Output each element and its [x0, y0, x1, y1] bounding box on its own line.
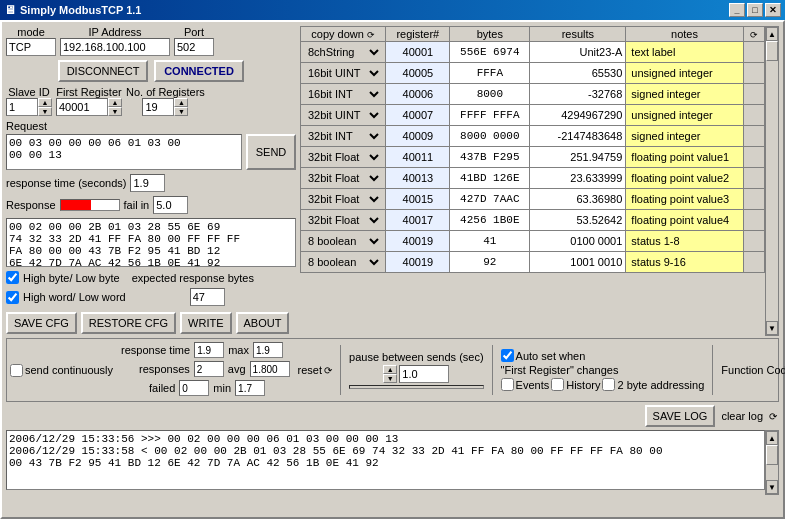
type-cell[interactable]: 8chString — [301, 42, 386, 63]
type-select[interactable]: 32bit Float — [304, 171, 382, 185]
note-input[interactable] — [629, 232, 739, 250]
log-scroll-up[interactable]: ▲ — [766, 431, 778, 445]
high-byte-checkbox[interactable] — [6, 271, 19, 284]
type-cell[interactable]: 32bit Float — [301, 168, 386, 189]
high-word-checkbox[interactable] — [6, 291, 19, 304]
first-reg-input[interactable] — [56, 98, 108, 116]
func-code-label: Function Code — [721, 364, 785, 376]
type-select[interactable]: 32bit Float — [304, 150, 382, 164]
write-button[interactable]: WRITE — [180, 312, 231, 334]
about-button[interactable]: ABOUT — [236, 312, 290, 334]
clear-log-icon[interactable]: ⟳ — [769, 411, 777, 422]
note-cell[interactable] — [626, 105, 743, 126]
note-input[interactable] — [629, 127, 739, 145]
type-select[interactable]: 32bit INT — [304, 129, 382, 143]
type-cell[interactable]: 32bit INT — [301, 126, 386, 147]
note-cell[interactable] — [626, 84, 743, 105]
events-checkbox[interactable] — [501, 378, 514, 391]
type-cell[interactable]: 32bit Float — [301, 210, 386, 231]
note-cell[interactable] — [626, 168, 743, 189]
num-reg-up[interactable]: ▲ — [174, 98, 188, 107]
responses-value[interactable] — [194, 361, 224, 377]
first-reg-down[interactable]: ▼ — [108, 107, 122, 116]
slave-id-input[interactable] — [6, 98, 38, 116]
clear-notes-icon[interactable]: ⟳ — [750, 30, 758, 40]
min-value[interactable] — [235, 380, 265, 396]
minimize-button[interactable]: _ — [729, 3, 745, 17]
num-reg-input[interactable] — [142, 98, 174, 116]
type-select[interactable]: 32bit UINT — [304, 108, 382, 122]
note-input[interactable] — [629, 190, 739, 208]
type-cell[interactable]: 8 boolean — [301, 252, 386, 273]
note-cell[interactable] — [626, 126, 743, 147]
maximize-button[interactable]: □ — [747, 3, 763, 17]
send-continuously-checkbox[interactable] — [10, 364, 23, 377]
failed-value[interactable] — [179, 380, 209, 396]
table-row: 16bit INT400068000-32768 — [301, 84, 765, 105]
num-reg-down[interactable]: ▼ — [174, 107, 188, 116]
table-scrollbar[interactable]: ▲ ▼ — [765, 26, 779, 336]
note-cell[interactable] — [626, 63, 743, 84]
type-cell[interactable]: 32bit Float — [301, 147, 386, 168]
slave-id-up[interactable]: ▲ — [38, 98, 52, 107]
first-reg-up[interactable]: ▲ — [108, 98, 122, 107]
type-cell[interactable]: 8 boolean — [301, 231, 386, 252]
resp-time-value[interactable] — [194, 342, 224, 358]
ip-input[interactable] — [60, 38, 170, 56]
max-value[interactable] — [253, 342, 283, 358]
type-cell[interactable]: 16bit INT — [301, 84, 386, 105]
byte-addr-checkbox[interactable] — [602, 378, 615, 391]
log-scroll-down[interactable]: ▼ — [766, 480, 778, 494]
type-cell[interactable]: 16bit UINT — [301, 63, 386, 84]
expected-bytes-input[interactable] — [190, 288, 225, 306]
slave-id-down[interactable]: ▼ — [38, 107, 52, 116]
fail-in-input[interactable] — [153, 196, 188, 214]
response-time-input[interactable] — [130, 174, 165, 192]
reset-icon[interactable]: ⟳ — [324, 365, 332, 376]
connected-button[interactable]: CONNECTED — [154, 60, 244, 82]
note-input[interactable] — [629, 211, 739, 229]
type-select[interactable]: 32bit Float — [304, 213, 382, 227]
type-select[interactable]: 16bit INT — [304, 87, 382, 101]
pause-value[interactable] — [399, 365, 449, 383]
scroll-up-button[interactable]: ▲ — [766, 27, 778, 41]
type-cell[interactable]: 32bit UINT — [301, 105, 386, 126]
note-input[interactable] — [629, 148, 739, 166]
save-log-button[interactable]: SAVE LOG — [645, 405, 716, 427]
history-checkbox[interactable] — [551, 378, 564, 391]
pause-up[interactable]: ▲ — [383, 365, 397, 374]
send-button[interactable]: SEND — [246, 134, 296, 170]
type-select[interactable]: 8 boolean — [304, 234, 382, 248]
note-cell[interactable] — [626, 231, 743, 252]
type-select[interactable]: 8chString — [304, 45, 382, 59]
port-input[interactable] — [174, 38, 214, 56]
disconnect-button[interactable]: DISCONNECT — [58, 60, 148, 82]
pause-down[interactable]: ▼ — [383, 374, 397, 383]
avg-value[interactable] — [250, 361, 290, 377]
note-input[interactable] — [629, 43, 739, 61]
note-cell[interactable] — [626, 147, 743, 168]
note-cell[interactable] — [626, 252, 743, 273]
note-input[interactable] — [629, 64, 739, 82]
note-cell[interactable] — [626, 42, 743, 63]
note-input[interactable] — [629, 253, 739, 271]
restore-cfg-button[interactable]: RESTORE CFG — [81, 312, 176, 334]
scroll-thumb[interactable] — [766, 41, 778, 61]
note-input[interactable] — [629, 169, 739, 187]
save-cfg-button[interactable]: SAVE CFG — [6, 312, 77, 334]
note-input[interactable] — [629, 106, 739, 124]
note-cell[interactable] — [626, 189, 743, 210]
pause-slider[interactable] — [349, 385, 484, 389]
close-button[interactable]: ✕ — [765, 3, 781, 17]
log-scroll-thumb[interactable] — [766, 445, 778, 465]
note-input[interactable] — [629, 85, 739, 103]
type-select[interactable]: 8 boolean — [304, 255, 382, 269]
auto-set-checkbox[interactable] — [501, 349, 514, 362]
type-cell[interactable]: 32bit Float — [301, 189, 386, 210]
mode-input[interactable] — [6, 38, 56, 56]
scroll-down-button[interactable]: ▼ — [766, 321, 778, 335]
type-select[interactable]: 16bit UINT — [304, 66, 382, 80]
type-select[interactable]: 32bit Float — [304, 192, 382, 206]
note-cell[interactable] — [626, 210, 743, 231]
log-scrollbar[interactable]: ▲ ▼ — [765, 430, 779, 495]
